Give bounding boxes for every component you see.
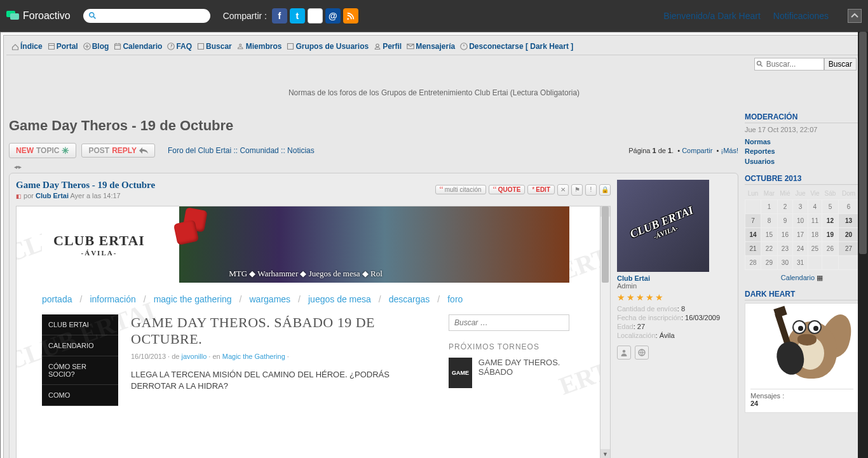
calendar-day[interactable]: 5 bbox=[822, 200, 839, 214]
moderation-link[interactable]: Normas bbox=[745, 137, 859, 147]
calendar-day[interactable]: 28 bbox=[745, 256, 761, 270]
nav-home[interactable]: Índice bbox=[11, 42, 43, 51]
calendar-day[interactable]: 3 bbox=[793, 200, 808, 214]
post-author-link[interactable]: Club Ertai bbox=[36, 192, 69, 199]
calendar-day[interactable]: 7 bbox=[745, 214, 761, 228]
collapse-handle[interactable]: ◂▪▸ bbox=[9, 161, 738, 173]
post-reply-button[interactable]: POSTREPLY bbox=[81, 144, 155, 158]
share-link[interactable]: Compartir bbox=[682, 147, 712, 154]
calendar-day[interactable]: 1 bbox=[761, 200, 778, 214]
calendar-day[interactable]: 25 bbox=[808, 242, 822, 256]
embed-nav-item[interactable]: descargas bbox=[389, 294, 430, 304]
calendar-day[interactable]: 21 bbox=[745, 242, 761, 256]
logout-icon bbox=[460, 43, 468, 50]
announcement-text[interactable]: Normas de los foros de los Grupos de Ent… bbox=[6, 73, 862, 112]
calendar-day[interactable]: 19 bbox=[822, 228, 839, 242]
report-button[interactable]: ! bbox=[585, 184, 597, 196]
ip-button[interactable]: ⚑ bbox=[571, 184, 583, 196]
calendar-day[interactable]: 27 bbox=[839, 242, 859, 256]
nav-groups[interactable]: Grupos de Usuarios bbox=[287, 42, 369, 51]
nav-search[interactable]: Buscar bbox=[197, 42, 232, 51]
google-plus-icon[interactable]: g+ bbox=[308, 8, 323, 24]
embed-nav-item[interactable]: foro bbox=[447, 294, 463, 304]
calendar-day[interactable]: 2 bbox=[777, 200, 792, 214]
post-author-profile: CLUB ERTAI-ÁVILA- Club Ertai Admin ★★★★★… bbox=[617, 180, 731, 458]
calendar-day[interactable]: 8 bbox=[761, 214, 778, 228]
nav-mail[interactable]: Mensajería bbox=[407, 42, 455, 51]
more-link[interactable]: ¡Más! bbox=[721, 147, 739, 154]
nav-portal[interactable]: Portal bbox=[48, 42, 78, 51]
calendar-link[interactable]: Calendario bbox=[781, 274, 815, 281]
calendar-day[interactable]: 13 bbox=[839, 214, 859, 228]
twitter-icon[interactable]: t bbox=[290, 8, 305, 24]
rss-icon[interactable] bbox=[343, 8, 358, 24]
calendar-day[interactable]: 9 bbox=[777, 214, 792, 228]
calendar-day[interactable]: 12 bbox=[822, 214, 839, 228]
user-avatar-card: Mensajes : 24 bbox=[745, 303, 859, 413]
foroactivo-logo[interactable]: Foroactivo bbox=[6, 10, 71, 22]
delete-button[interactable]: ✕ bbox=[557, 184, 569, 196]
scroll-top-button[interactable] bbox=[848, 9, 862, 23]
website-icon[interactable] bbox=[635, 346, 649, 360]
embed-scrollbar[interactable]: ▲ ▼ bbox=[600, 206, 610, 458]
calendar-day[interactable]: 18 bbox=[808, 228, 822, 242]
calendar-day[interactable]: 6 bbox=[839, 200, 859, 214]
calendar-day[interactable]: 14 bbox=[745, 228, 761, 242]
svg-line-1 bbox=[93, 17, 96, 19]
quote-button[interactable]: “QUOTE bbox=[489, 185, 526, 194]
notifications-link[interactable]: Notificaciones bbox=[773, 11, 829, 21]
embed-search-input[interactable] bbox=[449, 314, 569, 331]
moderation-link[interactable]: Usuarios bbox=[745, 157, 859, 166]
calendar-day[interactable]: 31 bbox=[793, 256, 808, 270]
embed-category-link[interactable]: Magic the Gathering bbox=[222, 353, 285, 360]
embed-logo[interactable]: CLUB ERTAI -ÁVILA- bbox=[42, 224, 156, 266]
calendar-day[interactable]: 15 bbox=[761, 228, 778, 242]
scrat-avatar[interactable] bbox=[761, 309, 843, 385]
new-topic-button[interactable]: NEWTOPIC✳ bbox=[9, 143, 76, 158]
embed-side-item[interactable]: COMO bbox=[42, 385, 118, 406]
calendar-day[interactable]: 10 bbox=[793, 214, 808, 228]
nav-faq[interactable]: FAQ bbox=[167, 42, 192, 51]
calendar-day[interactable]: 24 bbox=[793, 242, 808, 256]
author-avatar[interactable]: CLUB ERTAI-ÁVILA- bbox=[617, 180, 709, 272]
embed-nav-item[interactable]: magic the gathering bbox=[154, 294, 232, 304]
calendar-day[interactable]: 29 bbox=[761, 256, 778, 270]
lock-button[interactable]: 🔒 bbox=[599, 184, 611, 196]
author-name[interactable]: Club Ertai bbox=[617, 274, 731, 282]
view-profile-icon[interactable] bbox=[617, 346, 631, 360]
calendar-day[interactable]: 11 bbox=[808, 214, 822, 228]
calendar-day[interactable]: 22 bbox=[761, 242, 778, 256]
calendar-day[interactable]: 30 bbox=[777, 256, 792, 270]
calendar-day[interactable]: 17 bbox=[793, 228, 808, 242]
post-title-link[interactable]: Game Day Theros - 19 de Octubre bbox=[16, 180, 155, 190]
calendar-day[interactable]: 20 bbox=[839, 228, 859, 242]
email-icon[interactable]: @ bbox=[325, 8, 341, 24]
welcome-link[interactable]: Bienvenido/a Dark Heart bbox=[663, 11, 761, 21]
forum-search-input[interactable] bbox=[754, 58, 824, 71]
edit-button[interactable]: *EDIT bbox=[527, 185, 555, 194]
nav-calendar[interactable]: Calendario bbox=[114, 42, 162, 51]
embed-nav-item[interactable]: juegos de mesa bbox=[308, 294, 371, 304]
multi-quote-button[interactable]: “multi citación bbox=[435, 185, 486, 194]
breadcrumb[interactable]: Foro del Club Ertai :: Comunidad :: Noti… bbox=[168, 146, 315, 155]
platform-search-input[interactable] bbox=[97, 11, 205, 20]
facebook-icon[interactable]: f bbox=[272, 8, 287, 24]
forum-search-submit[interactable] bbox=[824, 58, 857, 71]
nav-logout[interactable]: Desconectarse [ Dark Heart ] bbox=[460, 42, 573, 51]
calendar-day[interactable]: 23 bbox=[777, 242, 792, 256]
embed-nav-item[interactable]: wargames bbox=[250, 294, 291, 304]
embed-nav-item[interactable]: portada bbox=[42, 294, 72, 304]
nav-profile[interactable]: Perfil bbox=[374, 42, 402, 51]
calendar-day[interactable]: 4 bbox=[808, 200, 822, 214]
nav-members[interactable]: Miembros bbox=[237, 42, 282, 51]
moderation-link[interactable]: Reportes bbox=[745, 147, 859, 156]
scroll-down-icon[interactable]: ▼ bbox=[600, 449, 610, 458]
nav-blog[interactable]: Blog bbox=[83, 42, 109, 51]
tournament-item[interactable]: GAME GAME DAY THEROS. SÁBADO bbox=[449, 358, 569, 388]
embed-author-link[interactable]: javonillo bbox=[182, 353, 207, 360]
scrollbar-thumb[interactable] bbox=[602, 206, 609, 283]
calendar-day[interactable]: 16 bbox=[777, 228, 792, 242]
page-scrollbar[interactable] bbox=[858, 32, 868, 458]
platform-search[interactable] bbox=[83, 9, 210, 23]
calendar-day[interactable]: 26 bbox=[822, 242, 839, 256]
